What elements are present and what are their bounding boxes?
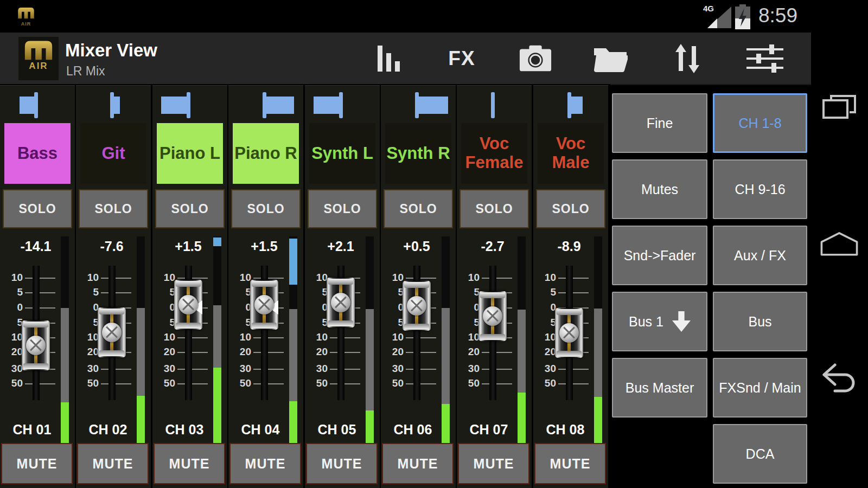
pan-slider[interactable] <box>457 92 532 119</box>
status-bar: AIR 4G 8:59 <box>0 0 868 33</box>
scale-tick <box>482 369 512 370</box>
recents-button[interactable] <box>819 87 860 128</box>
channel-name-label[interactable]: Git <box>80 123 146 184</box>
fader-handle[interactable] <box>403 281 431 331</box>
channel-name-label[interactable]: Synth L <box>309 123 375 184</box>
scale-tick-label: 50 <box>76 377 99 389</box>
sort-button[interactable] <box>673 33 702 84</box>
panel-button-mutes[interactable]: Mutes <box>612 159 707 219</box>
panel-button-snd-fader[interactable]: Snd->Fader <box>612 226 707 285</box>
recents-icon <box>821 92 857 123</box>
fader-handle[interactable] <box>555 308 583 358</box>
scale-tick-label: 0 <box>0 301 23 313</box>
pan-fill <box>161 97 188 114</box>
scale-tick-label: 10 <box>381 272 404 284</box>
channel-name-label[interactable]: Piano L <box>157 123 223 184</box>
scale-tick-label: 30 <box>228 363 251 375</box>
pan-slider[interactable] <box>305 92 380 119</box>
settings-button[interactable] <box>744 33 786 84</box>
fader-handle-knob <box>331 293 350 312</box>
channel-name-label[interactable]: Piano R <box>233 123 299 184</box>
scale-tick <box>482 352 512 353</box>
settings-sliders-icon <box>745 43 784 74</box>
fader-handle-knob <box>254 295 274 314</box>
panel-button-ch-1-8[interactable]: CH 1-8 <box>713 93 807 153</box>
mute-button[interactable]: MUTE <box>306 443 378 484</box>
channel-number: CH 04 <box>228 422 292 438</box>
fader-handle-knob <box>102 323 122 342</box>
solo-button[interactable]: SOLO <box>459 189 529 228</box>
pan-slider[interactable] <box>228 92 303 119</box>
pan-marker <box>34 92 38 118</box>
panel-button-aux-fx[interactable]: Aux / FX <box>713 226 807 285</box>
pan-slider[interactable] <box>0 92 75 119</box>
panel-button-bus[interactable]: Bus <box>713 292 807 351</box>
pan-slider[interactable] <box>152 92 227 119</box>
mute-button[interactable]: MUTE <box>229 443 301 484</box>
channel-number: CH 03 <box>152 422 216 438</box>
panel-button-dca[interactable]: DCA <box>713 424 807 484</box>
panel-button-bus-1[interactable]: Bus 1 <box>612 292 707 351</box>
panel-button-label: Fine <box>647 115 673 131</box>
scale-tick <box>558 292 589 293</box>
home-button[interactable] <box>819 222 860 264</box>
channel-number: CH 07 <box>457 422 521 438</box>
fader-handle[interactable] <box>327 278 355 328</box>
channel-strip: Synth R SOLO +0.5 1050510203050 CH 06 MU… <box>381 85 456 488</box>
panel-button-ch-9-16[interactable]: CH 9-16 <box>713 159 807 219</box>
fader-handle-knob <box>178 295 198 314</box>
solo-button[interactable]: SOLO <box>231 189 301 228</box>
panel-button-fxsnd-main[interactable]: FXSnd / Main <box>713 358 807 418</box>
fader-handle[interactable] <box>22 320 50 370</box>
channel-name-label[interactable]: Voc Female <box>461 123 527 184</box>
fx-button[interactable]: FX <box>444 33 480 84</box>
pan-slider[interactable] <box>76 92 151 119</box>
solo-button[interactable]: SOLO <box>79 189 148 228</box>
scale-tick <box>330 383 360 384</box>
meters-button[interactable] <box>373 33 404 84</box>
scenes-button[interactable] <box>591 33 629 84</box>
mute-button[interactable]: MUTE <box>154 443 225 484</box>
scale-tick-label: 50 <box>305 377 328 389</box>
logo-air-text: AIR <box>18 61 59 72</box>
scale-tick-label: 10 <box>228 272 251 284</box>
fader-handle[interactable] <box>478 291 507 341</box>
scale-tick <box>25 292 55 293</box>
panel-button-bus-master[interactable]: Bus Master <box>612 358 707 418</box>
scale-tick-label: 0 <box>152 301 175 313</box>
mute-button[interactable]: MUTE <box>382 443 454 484</box>
snapshot-button[interactable] <box>516 33 554 84</box>
solo-button[interactable]: SOLO <box>155 189 225 228</box>
solo-button[interactable]: SOLO <box>308 189 377 228</box>
level-meter <box>137 236 145 447</box>
scale-tick-label: 10 <box>0 331 23 343</box>
logo-air-text: AIR <box>15 21 37 27</box>
pan-slider[interactable] <box>381 92 456 119</box>
mute-button[interactable]: MUTE <box>77 443 149 484</box>
scale-tick <box>101 369 131 370</box>
panel-button-label: FXSnd / Main <box>719 380 801 396</box>
level-meter <box>366 236 374 447</box>
mute-button[interactable]: MUTE <box>534 443 606 484</box>
scale-tick <box>253 383 284 384</box>
mute-button[interactable]: MUTE <box>458 443 529 484</box>
scale-tick-label: 0 <box>381 301 404 313</box>
solo-button[interactable]: SOLO <box>536 189 605 228</box>
page-subtitle: LR Mix <box>66 64 105 79</box>
pan-slider[interactable] <box>533 92 608 119</box>
scale-tick-label: 5 <box>381 286 404 298</box>
channel-name-label[interactable]: Synth R <box>385 123 451 184</box>
scale-tick <box>177 352 208 353</box>
solo-button[interactable]: SOLO <box>384 189 453 228</box>
pan-fill <box>113 97 120 114</box>
channel-name-label[interactable]: Voc Male <box>538 123 604 184</box>
mute-button[interactable]: MUTE <box>1 443 73 484</box>
scale-tick-label: 30 <box>533 363 556 375</box>
scale-tick-label: 30 <box>76 363 99 375</box>
fader-handle[interactable] <box>98 307 126 357</box>
channel-name-label[interactable]: Bass <box>4 123 71 184</box>
solo-button[interactable]: SOLO <box>3 189 72 228</box>
panel-button-fine[interactable]: Fine <box>612 93 707 153</box>
back-button[interactable] <box>819 358 860 399</box>
channel-strip: Voc Male SOLO -8.9 1050510203050 CH 08 M… <box>533 85 608 488</box>
